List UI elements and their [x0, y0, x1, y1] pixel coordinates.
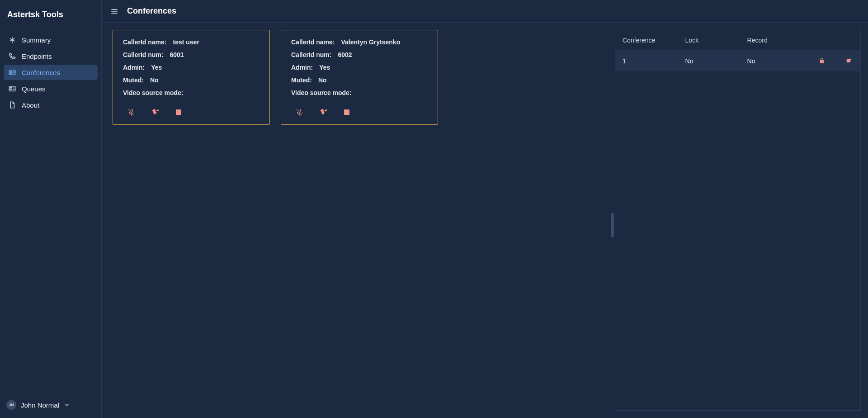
value-callerid-name: Valentyn Grytsenko	[341, 38, 400, 46]
col-conference: Conference	[615, 30, 678, 50]
label-admin: Admin:	[123, 64, 145, 71]
stop-button[interactable]	[174, 107, 184, 117]
app-brand: Astertsk Tools	[0, 0, 101, 29]
label-muted: Muted:	[291, 76, 312, 84]
main: Conferences CallerId name:test user Call…	[102, 0, 868, 418]
label-callerid-num: CallerId num:	[123, 51, 163, 58]
sidebar-item-label: Endpoints	[22, 52, 52, 60]
scrollbar[interactable]	[611, 213, 614, 238]
stop-button[interactable]	[342, 107, 352, 117]
phone-icon	[8, 52, 16, 60]
col-lock: Lock	[678, 30, 740, 50]
svg-rect-3	[10, 88, 12, 90]
value-muted: No	[150, 76, 159, 84]
value-muted: No	[318, 76, 327, 84]
lock-icon	[819, 57, 825, 64]
lock-button[interactable]	[818, 57, 826, 65]
sidebar-item-endpoints[interactable]: Endpoints	[4, 48, 98, 64]
vimeo-icon	[151, 108, 159, 116]
stop-icon	[344, 109, 349, 115]
value-callerid-num: 6001	[170, 51, 184, 58]
participants-area: CallerId name:test user CallerId num:600…	[102, 23, 615, 418]
svg-point-5	[849, 59, 851, 61]
topbar: Conferences	[102, 0, 868, 23]
label-callerid-name: CallerId name:	[291, 38, 335, 46]
user-name: John Normal	[21, 401, 59, 409]
sidebar-nav: Summary Endpoints Conferences Queues Abo…	[0, 29, 101, 115]
sidebar-item-label: About	[22, 101, 39, 109]
star-icon	[8, 36, 16, 44]
sidebar-item-label: Summary	[22, 36, 51, 44]
conferences-table: Conference Lock Record 1 No No	[615, 30, 860, 71]
sidebar-item-summary[interactable]: Summary	[4, 32, 98, 48]
cell-lock: No	[678, 50, 740, 71]
page-title: Conferences	[127, 6, 176, 16]
content: CallerId name:test user CallerId num:600…	[102, 23, 868, 418]
value-admin: Yes	[319, 64, 330, 71]
table-header-row: Conference Lock Record	[615, 30, 860, 50]
chevron-down-icon	[64, 402, 70, 408]
avatar: JN	[6, 400, 16, 410]
sidebar-item-label: Conferences	[22, 69, 60, 76]
label-video-mode: Video source mode:	[123, 89, 184, 96]
users-icon	[8, 68, 16, 76]
participant-card: CallerId name:test user CallerId num:600…	[113, 30, 270, 125]
participant-actions	[123, 107, 259, 117]
microphone-slash-icon	[296, 108, 304, 116]
label-callerid-name: CallerId name:	[123, 38, 166, 46]
cell-record: No	[740, 50, 807, 71]
microphone-slash-icon	[127, 108, 136, 116]
col-action-record	[838, 30, 860, 50]
mute-button[interactable]	[127, 107, 137, 117]
sidebar-item-queues[interactable]: Queues	[4, 81, 98, 96]
file-icon	[8, 101, 16, 109]
sidebar-item-about[interactable]: About	[4, 97, 98, 113]
sidebar-item-label: Queues	[22, 85, 46, 93]
vimeo-icon	[319, 108, 327, 116]
participant-card: CallerId name:Valentyn Grytsenko CallerI…	[281, 30, 438, 125]
record-icon	[846, 57, 852, 64]
participant-actions	[291, 107, 428, 117]
col-record: Record	[740, 30, 807, 50]
label-video-mode: Video source mode:	[291, 89, 352, 96]
label-muted: Muted:	[123, 76, 144, 84]
video-button[interactable]	[318, 107, 328, 117]
svg-point-1	[10, 71, 12, 73]
record-button[interactable]	[845, 57, 853, 65]
value-callerid-name: test user	[173, 38, 199, 46]
col-action-lock	[807, 30, 838, 50]
sidebar: Astertsk Tools Summary Endpoints Confere…	[0, 0, 102, 418]
menu-toggle-button[interactable]	[110, 7, 119, 16]
label-callerid-num: CallerId num:	[291, 51, 331, 58]
id-card-icon	[8, 85, 16, 93]
sidebar-item-conferences[interactable]: Conferences	[4, 65, 98, 80]
cell-conference: 1	[615, 50, 678, 71]
conferences-panel: Conference Lock Record 1 No No	[615, 23, 868, 418]
video-button[interactable]	[150, 107, 160, 117]
table-row[interactable]: 1 No No	[615, 50, 860, 71]
mute-button[interactable]	[295, 107, 305, 117]
value-admin: Yes	[151, 64, 162, 71]
user-menu[interactable]: JN John Normal	[0, 394, 101, 418]
label-admin: Admin:	[291, 64, 313, 71]
conferences-table-wrap: Conference Lock Record 1 No No	[615, 30, 861, 411]
stop-icon	[176, 109, 181, 115]
value-callerid-num: 6002	[338, 51, 352, 58]
